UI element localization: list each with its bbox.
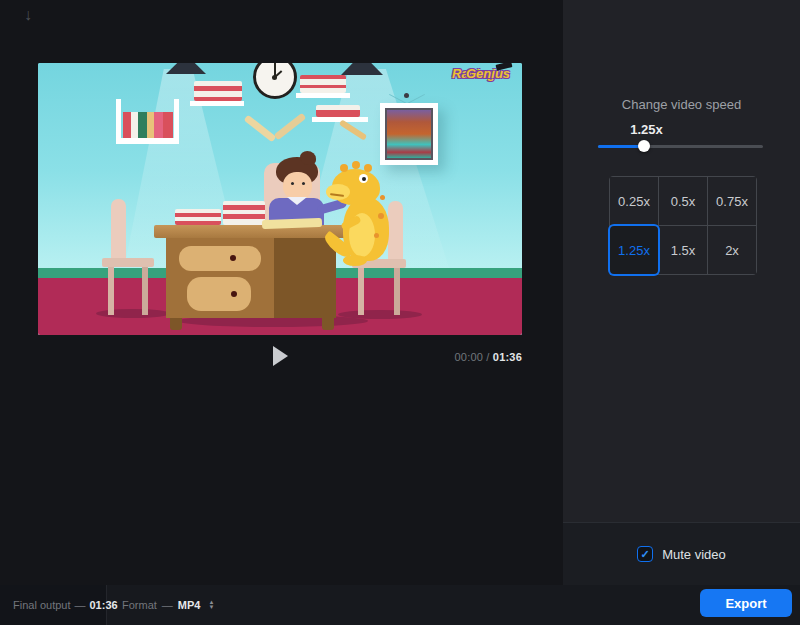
video-chair-left-back [111,199,126,261]
duration: 01:36 [493,351,522,363]
current-time: 00:00 [455,351,484,363]
video-wall-shelf [296,93,350,98]
dinosaur-crest-bump [364,164,372,172]
video-shelf-books [123,112,173,138]
dash: — [74,599,85,611]
video-chair-leg [108,267,114,315]
video-painting [380,103,438,165]
mute-checkbox[interactable]: ✓ [637,546,653,562]
dinosaur-spot [378,213,384,219]
video-chair-leg [142,267,148,315]
dinosaur-snout [326,184,350,200]
dinosaur-pupil [362,177,366,181]
boy-face [283,172,312,200]
dinosaur-spot [374,233,379,238]
export-button[interactable]: Export [700,589,792,617]
video-desk-books [175,209,221,225]
video-wall-shelf [190,101,244,106]
speed-option[interactable]: 0.75x [708,177,756,225]
download-arrow-icon[interactable]: ↓ [24,6,32,24]
mute-label: Mute video [662,547,726,562]
video-desk-side [274,238,336,318]
app-window: ↓ [0,0,800,625]
speed-option[interactable]: 0.5x [659,177,707,225]
format-stepper-icon[interactable]: ▲ ▼ [208,600,214,610]
dash: — [162,599,173,611]
time-separator: / [486,351,489,363]
desk-foot [170,318,182,330]
play-icon[interactable] [273,346,288,366]
drawer-knob [230,255,236,261]
speed-options-grid: 0.25x 0.5x 0.75x 1.25x 1.5x 2x [609,176,757,275]
dinosaur-leg [343,255,367,266]
speed-option[interactable]: 1.25x [610,226,658,274]
boy-eye [291,182,294,185]
panel-title: Change video speed [563,97,800,112]
format-value: MP4 [178,599,201,611]
final-output-group: Final output — 01:36 [0,585,107,625]
dinosaur-crest-bump [340,164,348,172]
clock-center [272,75,277,80]
video-book-stack [316,105,360,117]
video-desk-drawer [179,246,261,271]
video-painting-nail [404,93,409,98]
dinosaur-crest-bump [352,161,360,169]
speed-option[interactable]: 1.5x [659,226,707,274]
speed-slider-value: 1.25x [630,122,663,137]
speed-option[interactable]: 2x [708,226,756,274]
player-controls: 00:00 / 01:36 [38,344,522,372]
video-desk-books [223,201,265,225]
video-preview[interactable]: Raving Genius [38,63,522,335]
final-output-label: Final output [13,599,70,611]
video-book-stack [194,81,242,101]
time-display: 00:00 / 01:36 [455,351,522,363]
format-label: Format [122,599,157,611]
video-book-stack [300,75,346,93]
speed-panel: Change video speed 1.25x 0.25x 0.5x 0.75… [563,0,800,522]
format-select[interactable]: Format — MP4 ▲ ▼ [122,585,214,625]
drawer-knob [231,291,237,297]
speed-slider-knob[interactable] [638,140,650,152]
speed-slider: 1.25x [598,122,763,156]
video-chair-leg [358,268,364,315]
video-chair-right-back [388,201,403,265]
mute-section: ✓ Mute video [563,522,800,585]
final-output-value: 01:36 [89,599,117,611]
boy-hair-quiff [300,151,316,165]
dinosaur-spot [380,195,385,200]
video-chair-leg [394,268,400,315]
stepper-down-icon[interactable]: ▼ [208,605,214,610]
speed-option[interactable]: 0.25x [610,177,658,225]
desk-foot [322,318,334,330]
footer-bar: Final output — 01:36 Format — MP4 ▲ ▼ Ex… [0,585,800,625]
boy-eye [302,182,305,185]
video-chair-left-seat [102,258,154,267]
painting-canyon-image [387,110,431,158]
video-shelf-bottom [116,138,179,144]
video-desk-drawer [187,277,251,311]
